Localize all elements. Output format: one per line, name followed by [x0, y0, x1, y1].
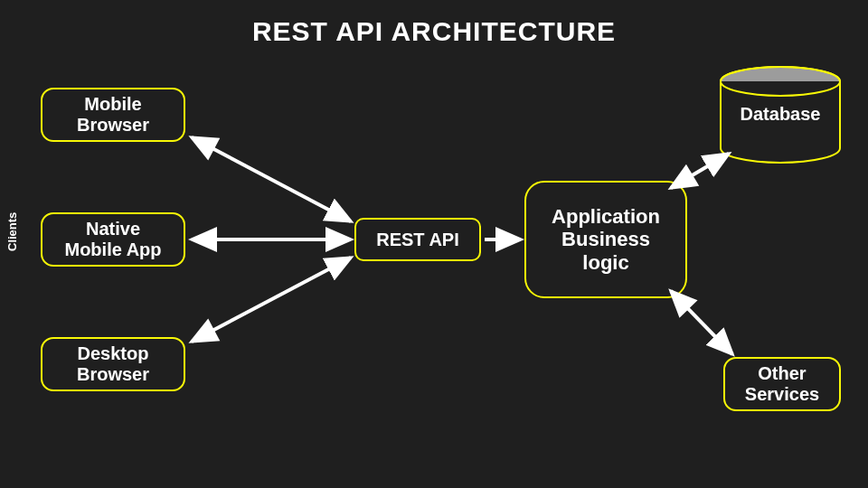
node-label: NativeMobile App	[64, 219, 161, 260]
node-rest-api: REST API	[354, 218, 481, 261]
node-other-services: OtherServices	[723, 357, 841, 411]
node-desktop-browser: DesktopBrowser	[41, 337, 185, 391]
database-label: Database	[717, 104, 844, 125]
node-native-mobile-app: NativeMobile App	[41, 212, 185, 267]
arrow-desktop-to-restapi	[192, 258, 351, 342]
node-label: MobileBrowser	[77, 94, 149, 136]
node-label: OtherServices	[745, 363, 819, 405]
node-mobile-browser: MobileBrowser	[41, 88, 185, 142]
clients-group-label: Clients	[5, 212, 19, 251]
node-label: REST API	[376, 230, 459, 250]
diagram-title: REST API ARCHITECTURE	[0, 16, 868, 47]
node-label: ApplicationBusinesslogic	[552, 205, 660, 274]
arrow-applogic-to-otherservices	[671, 291, 732, 354]
node-app-business-logic: ApplicationBusinesslogic	[524, 181, 687, 298]
arrow-mobile-to-restapi	[192, 137, 351, 221]
node-label: DesktopBrowser	[77, 343, 149, 385]
